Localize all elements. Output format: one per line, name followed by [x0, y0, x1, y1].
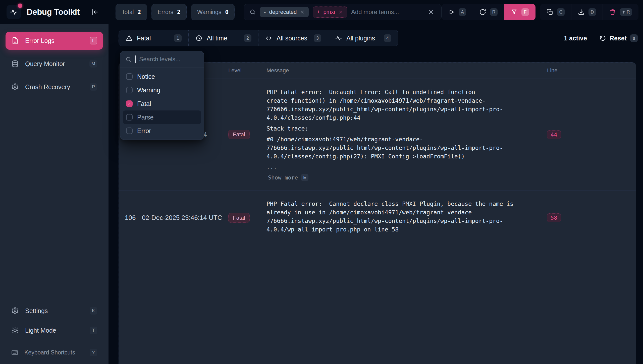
stat-warnings[interactable]: Warnings 0: [191, 4, 235, 20]
sidebar-footer: Settings K Light Mode T Keyboard Shortcu…: [0, 298, 109, 360]
sources-filter-label: All sources: [277, 35, 307, 42]
checkbox-unchecked[interactable]: [126, 128, 133, 134]
level-filter-dropdown[interactable]: Fatal 1: [119, 30, 189, 46]
code-icon: [265, 35, 272, 42]
filter-button[interactable]: F: [504, 4, 535, 20]
gear-icon: [11, 307, 19, 315]
search-tag-prefix: +: [317, 9, 320, 15]
line-number-badge: 58: [547, 213, 561, 222]
column-header-line[interactable]: Line: [547, 67, 636, 74]
level-option-label: Warning: [137, 87, 160, 94]
toolbar-actions: A R F: [442, 4, 643, 20]
plugins-filter-dropdown[interactable]: All plugins 4: [328, 30, 398, 46]
text-cursor: [135, 55, 136, 63]
download-button[interactable]: D: [571, 4, 603, 20]
sidebar-item-settings[interactable]: Settings K: [6, 302, 103, 320]
play-icon: [448, 9, 455, 15]
brand-zone: Debug Toolkit: [0, 5, 109, 19]
run-kbd: A: [459, 8, 466, 16]
level-filter-menu: Search levels... Notice Warning Fatal: [120, 51, 204, 140]
active-filters-count: 1 active: [564, 35, 587, 42]
filter-bar: Fatal 1 All time 2 All sources 3: [119, 30, 639, 46]
stat-total[interactable]: Total 2: [116, 4, 147, 20]
stat-total-value: 2: [138, 9, 141, 15]
search-tag-prefix: -: [264, 9, 266, 15]
sidebar-item-error-logs[interactable]: Error Logs L: [6, 32, 103, 50]
action-group-secondary: C D R: [540, 4, 638, 20]
table-row[interactable]: 106 02-Dec-2025 23:46:14 UTC Fatal PHP F…: [119, 191, 636, 245]
show-more-button[interactable]: Show more E: [266, 174, 310, 181]
plugins-filter-label: All plugins: [346, 35, 375, 42]
level-option-label: Notice: [137, 73, 155, 80]
run-button[interactable]: A: [442, 4, 473, 20]
stat-errors-label: Errors: [157, 9, 173, 16]
copy-icon: [547, 9, 553, 15]
level-badge: Fatal: [228, 213, 250, 223]
show-more-kbd: E: [301, 174, 308, 181]
column-header-level[interactable]: Level: [228, 67, 266, 74]
stats-chips: Total 2 Errors 2 Warnings 0: [116, 4, 235, 20]
sidebar-nav: Error Logs L Query Monitor M Crash Recov…: [0, 32, 109, 96]
level-option-notice[interactable]: Notice: [123, 70, 201, 83]
sidebar-item-light-mode[interactable]: Light Mode T: [6, 321, 103, 339]
message-paragraph: Stack trace:: [266, 124, 524, 133]
filter-status-zone: 1 active Reset 0: [564, 34, 639, 42]
clear-search-button[interactable]: [426, 9, 436, 16]
sidebar-item-query-monitor[interactable]: Query Monitor M: [6, 55, 103, 73]
level-search-input[interactable]: Search levels...: [120, 51, 204, 68]
stat-errors[interactable]: Errors 2: [151, 4, 186, 20]
download-icon: [578, 9, 584, 15]
search-tag-text: pmxi: [323, 9, 335, 15]
log-id: 106: [125, 214, 142, 222]
search-icon: [249, 9, 256, 15]
reset-label: Reset: [610, 35, 627, 42]
delete-button[interactable]: R: [603, 4, 638, 20]
checkbox-checked[interactable]: [126, 100, 133, 107]
reset-filters-button[interactable]: Reset 0: [598, 34, 639, 42]
refresh-icon: [479, 9, 486, 15]
collapse-sidebar-button[interactable]: [90, 7, 100, 17]
column-header-message[interactable]: Message: [266, 67, 547, 74]
message-paragraph: #0 /home/cimoxavobi4971/web/fragrant-ven…: [266, 135, 524, 161]
time-filter-dropdown[interactable]: All time 2: [189, 30, 258, 46]
clock-icon: [195, 35, 202, 42]
level-option-warning[interactable]: Warning: [123, 83, 201, 97]
line-number-badge: 44: [547, 130, 561, 139]
gear-icon: [11, 83, 19, 91]
reset-kbd: 0: [630, 34, 638, 42]
warning-triangle-icon: [126, 35, 133, 42]
sidebar-item-keyboard-shortcuts[interactable]: Keyboard Shortcuts ?: [6, 345, 103, 360]
time-filter-label: All time: [207, 35, 227, 42]
level-option-fatal[interactable]: Fatal: [123, 97, 201, 110]
check-icon: [127, 102, 131, 106]
level-option-error[interactable]: Error: [123, 124, 201, 138]
stat-warnings-value: 0: [225, 9, 229, 15]
search-input[interactable]: - deprecated + pmxi Add more terms...: [244, 4, 442, 20]
stat-errors-value: 2: [177, 9, 181, 15]
stat-warnings-label: Warnings: [197, 9, 221, 16]
refresh-button[interactable]: R: [473, 4, 504, 20]
checkbox-unchecked[interactable]: [126, 87, 133, 93]
filter-kbd: F: [521, 8, 529, 16]
search-tag-include[interactable]: + pmxi: [313, 7, 347, 18]
sources-filter-dropdown[interactable]: All sources 3: [258, 30, 328, 46]
level-option-parse[interactable]: Parse: [123, 110, 201, 124]
checkbox-unchecked[interactable]: [126, 73, 133, 80]
file-text-icon: [11, 37, 19, 44]
remove-tag-icon[interactable]: [338, 10, 343, 14]
sidebar-item-crash-recovery[interactable]: Crash Recovery P: [6, 78, 103, 96]
keyboard-icon: [11, 349, 18, 356]
copy-button[interactable]: C: [540, 4, 571, 20]
remove-tag-icon[interactable]: [300, 10, 305, 14]
sidebar-item-kbd: T: [90, 327, 97, 334]
activity-logo-icon: [10, 8, 18, 16]
action-group-primary: A R F: [442, 4, 535, 20]
search-tag-exclude[interactable]: - deprecated: [260, 7, 308, 17]
app-root: Debug Toolkit Total 2 Errors 2 Warnings …: [0, 0, 643, 364]
level-option-label: Fatal: [137, 100, 151, 107]
plugins-filter-kbd: 4: [384, 34, 391, 42]
checkbox-unchecked[interactable]: [126, 114, 133, 120]
top-bar: Debug Toolkit Total 2 Errors 2 Warnings …: [0, 0, 643, 24]
level-options-list: Notice Warning Fatal Parse Error: [120, 68, 204, 138]
stat-total-label: Total: [122, 9, 134, 16]
